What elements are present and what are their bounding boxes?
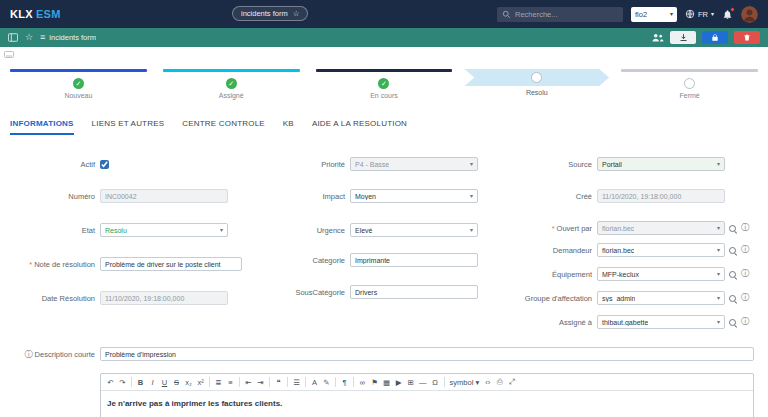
equipement-select[interactable]: MFP-keclux ▾ [597,267,725,281]
text-color-icon[interactable]: A [309,376,320,388]
tab-centre-controle[interactable]: CENTRE CONTROLE [182,119,265,135]
quick-access-pill[interactable]: incidents form ☆ [232,6,308,21]
lookup-icon[interactable] [729,270,738,279]
media-icon[interactable]: ▶ [393,376,404,388]
note-resolution-input[interactable] [100,257,242,271]
editor-content[interactable]: Je n'arrive pas à imprimer les factures … [101,391,753,416]
numbered-list-icon[interactable]: ≣ [213,376,224,388]
info-icon[interactable]: ⓘ [741,270,749,278]
impact-select[interactable]: Moyen ▾ [350,189,478,203]
info-icon[interactable]: ⓘ [25,349,33,360]
table-icon[interactable]: ⊞ [405,376,416,388]
lookup-icon[interactable] [729,246,738,255]
groupe-affectation-select[interactable]: sys_admin ▾ [597,291,725,305]
field-label: Impact [230,192,345,201]
form-header-toggle-icon[interactable] [4,51,14,60]
symbol-menu[interactable]: symbol ▾ [448,376,482,388]
maximize-icon[interactable]: ⤢ [506,376,517,388]
app-logo[interactable]: KLXESM [10,8,61,20]
urgence-select[interactable]: Elevé ▾ [350,223,478,237]
actif-checkbox[interactable] [100,160,109,169]
tab-informations[interactable]: INFORMATIONS [10,119,74,135]
source-code-icon[interactable]: ‹› [482,376,493,388]
tab-aide-a-la-resolution[interactable]: AIDE A LA RESOLUTION [312,119,407,135]
field-categorie: Categorie [230,253,478,267]
favorite-star-icon[interactable]: ☆ [25,33,33,42]
panel-toggle-icon[interactable] [8,33,18,42]
numero-input [100,189,228,203]
bulleted-list-icon[interactable]: ≡ [225,376,236,388]
groupe-affectation-value: sys_admin [602,295,635,302]
step-resolu[interactable]: Resolu [460,69,613,109]
field-impact: Impact Moyen ▾ [230,189,478,203]
description-courte-input[interactable] [100,347,754,361]
presence-users-icon[interactable] [652,33,664,42]
tab-liens-et-autres[interactable]: LIENS ET AUTRES [92,119,165,135]
step-en-cours[interactable]: ✓ En cours [308,69,461,109]
lookup-icon[interactable] [729,318,738,327]
field-ouvert-par: * Ouvert par florian.bec ▾ ⓘ [480,221,749,235]
field-urgence: Urgence Elevé ▾ [230,223,478,237]
global-search[interactable] [497,7,623,22]
step-label: Nouveau [2,92,155,99]
lock-button[interactable] [702,31,728,44]
step-ferme[interactable]: Fermé [613,69,766,109]
outdent-icon[interactable]: ⇤ [243,376,254,388]
description-editor: ↶↷BIUSx₂x²≣≡⇤⇥❝☰A✎¶∞⚑▦▶⊞—Ωsymbol ▾‹›⎙⤢ J… [100,373,754,417]
impact-value: Moyen [355,193,376,200]
step-nouveau[interactable]: ✓ Nouveau [2,69,155,109]
blockquote-icon[interactable]: ❝ [273,376,284,388]
image-icon[interactable]: ▦ [381,376,392,388]
field-label: Équipement [480,270,592,279]
info-icon[interactable]: ⓘ [741,318,749,326]
star-icon[interactable]: ☆ [293,9,300,18]
info-icon[interactable]: ⓘ [741,224,749,232]
hr-icon[interactable]: — [417,376,429,388]
sous-categorie-input[interactable] [350,285,478,299]
notifications-bell[interactable] [722,9,733,20]
print-icon[interactable]: ⎙ [494,376,505,388]
info-icon[interactable]: ⓘ [741,246,749,254]
delete-button[interactable] [734,31,760,44]
lookup-icon[interactable] [729,294,738,303]
label-text: Groupe d'affectation [525,294,592,303]
user-avatar[interactable] [741,6,758,23]
language-label: FR [698,10,708,19]
search-input[interactable] [515,10,618,19]
underline-icon[interactable]: U [159,376,170,388]
assigne-a-select[interactable]: thibaut.gabette ▾ [597,315,725,329]
menu-icon[interactable]: ≡ [40,33,45,42]
align-left-icon[interactable]: ☰ [291,376,302,388]
superscript-icon[interactable]: x² [195,376,206,388]
language-menu[interactable]: FR ▾ [685,9,714,19]
undo-icon[interactable]: ↶ [105,376,116,388]
italic-icon[interactable]: I [147,376,158,388]
strikethrough-icon[interactable]: S [171,376,182,388]
label-text: Date Résolution [42,294,95,303]
check-glyph: ✓ [381,80,387,87]
info-icon[interactable]: ⓘ [741,294,749,302]
field-label: Numéro [0,192,95,201]
toolbar-divider [444,377,445,387]
demandeur-select[interactable]: florian.bec ▾ [597,243,725,257]
user-context-select[interactable]: flo2 ▾ [631,7,677,22]
editor-toolbar: ↶↷BIUSx₂x²≣≡⇤⇥❝☰A✎¶∞⚑▦▶⊞—Ωsymbol ▾‹›⎙⤢ [101,374,753,391]
lookup-icon[interactable] [729,224,738,233]
indent-icon[interactable]: ⇥ [255,376,266,388]
download-button[interactable] [670,31,696,44]
step-assigne[interactable]: ✓ Assigné [155,69,308,109]
record-actions [652,31,760,44]
source-select[interactable]: Portail ▾ [597,157,725,171]
link-icon[interactable]: ∞ [357,376,368,388]
redo-icon[interactable]: ↷ [117,376,128,388]
label-text: Description courte [35,350,95,359]
tab-kb[interactable]: KB [283,119,294,135]
anchor-icon[interactable]: ⚑ [369,376,380,388]
categorie-input[interactable] [350,253,478,267]
paragraph-format-icon[interactable]: ¶ [339,376,350,388]
etat-select[interactable]: Resolu ▾ [100,223,228,237]
bold-icon[interactable]: B [135,376,146,388]
special-char-icon[interactable]: Ω [430,376,441,388]
highlight-icon[interactable]: ✎ [321,376,332,388]
subscript-icon[interactable]: x₂ [183,376,194,388]
